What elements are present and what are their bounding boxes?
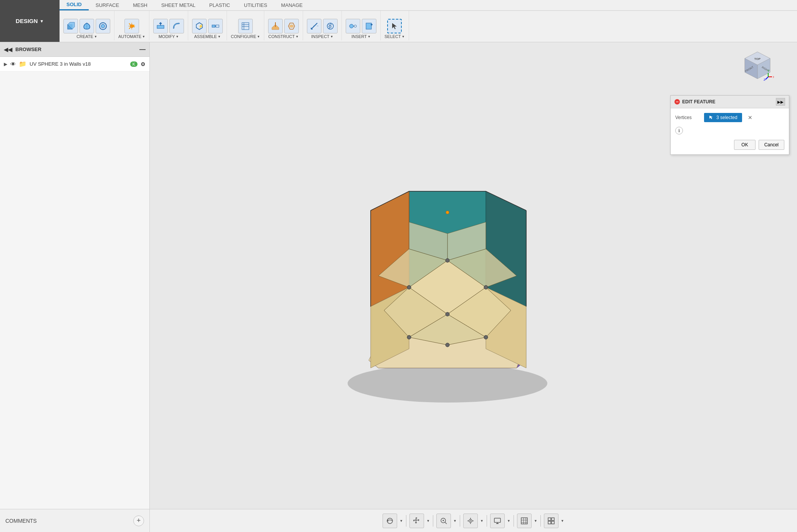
- inspect-zebra-icon[interactable]: [323, 19, 338, 33]
- configure-icon[interactable]: [238, 19, 253, 33]
- browser-title: BROWSER: [15, 46, 41, 52]
- browser-item-badge: K: [130, 61, 138, 67]
- construct-label[interactable]: CONSTRUCT▼: [268, 34, 298, 39]
- view-layout-tool[interactable]: [544, 514, 558, 528]
- grid-tool[interactable]: [517, 514, 532, 528]
- 3d-model: [303, 145, 592, 406]
- svg-point-78: [470, 520, 471, 521]
- create-label[interactable]: CREATE▼: [76, 34, 97, 39]
- edit-feature-selected-button[interactable]: 3 selected: [704, 113, 742, 122]
- edit-feature-title: EDIT FEATURE: [682, 99, 774, 104]
- edit-feature-vertices-label: Vertices: [675, 115, 700, 120]
- comments-add-button[interactable]: +: [133, 515, 144, 526]
- browser-item[interactable]: ▶ 👁 📁 UV SPHERE 3 in Walls v18 K ⚙: [0, 57, 149, 71]
- svg-point-3: [101, 24, 105, 28]
- create-revolve-icon[interactable]: [80, 19, 94, 33]
- tab-solid[interactable]: SOLID: [60, 0, 89, 10]
- pan-tool[interactable]: [409, 514, 424, 528]
- tab-sheet-metal[interactable]: SHEET METAL: [154, 0, 202, 10]
- tool-sep-4: [487, 515, 487, 527]
- insert-derive-icon[interactable]: [346, 19, 360, 33]
- svg-rect-8: [212, 25, 215, 27]
- edit-feature-info-icon[interactable]: ℹ: [675, 127, 683, 134]
- tab-manage[interactable]: MANAGE: [274, 0, 310, 10]
- tool-sep-6: [540, 515, 541, 527]
- display-tool[interactable]: [490, 514, 505, 528]
- svg-rect-91: [548, 518, 551, 520]
- browser-collapse-icon[interactable]: ◀◀: [4, 46, 12, 53]
- create-shell-icon[interactable]: [96, 19, 110, 33]
- svg-text:←→: ←→: [313, 24, 319, 28]
- assemble-joint-icon[interactable]: [208, 19, 223, 33]
- view-cube[interactable]: TOP RIGHT FRONT X Y Z: [741, 50, 774, 83]
- insert-label[interactable]: INSERT▼: [351, 34, 371, 39]
- svg-point-47: [484, 285, 488, 289]
- svg-rect-26: [366, 23, 371, 29]
- construct-plane-icon[interactable]: [268, 19, 283, 33]
- tool-sep-5: [514, 515, 514, 527]
- insert-add-icon[interactable]: [362, 19, 376, 33]
- svg-marker-34: [486, 191, 526, 307]
- svg-text:X: X: [773, 75, 774, 79]
- svg-line-68: [766, 77, 768, 80]
- display-tool-arrow[interactable]: ▼: [507, 519, 510, 523]
- tab-mesh[interactable]: MESH: [126, 0, 154, 10]
- construct-axis-icon[interactable]: [284, 19, 299, 33]
- configure-label[interactable]: CONFIGURE▼: [231, 34, 260, 39]
- browser-minimize-icon[interactable]: —: [139, 46, 146, 53]
- bottom-bar: COMMENTS + ▼ ▼ ▼ ▼: [0, 509, 797, 532]
- select-icon[interactable]: [387, 19, 402, 33]
- bottom-toolbar: ▼ ▼ ▼ ▼ ▼ ▼: [150, 514, 797, 528]
- automate-icon[interactable]: [124, 19, 139, 33]
- tab-utilities[interactable]: UTILITIES: [237, 0, 274, 10]
- modify-label[interactable]: MODIFY▼: [159, 34, 179, 39]
- grid-tool-arrow[interactable]: ▼: [534, 519, 537, 523]
- edit-feature-ok-button[interactable]: OK: [734, 140, 755, 150]
- zoom-window-tool[interactable]: [436, 514, 451, 528]
- modify-fillet-icon[interactable]: [169, 19, 184, 33]
- zoom-tool-arrow[interactable]: ▼: [453, 519, 457, 523]
- tab-surface[interactable]: SURFACE: [89, 0, 126, 10]
- assemble-new-component-icon[interactable]: ⚡: [192, 19, 207, 33]
- browser-item-visible-icon[interactable]: 👁: [10, 61, 16, 67]
- edit-feature-close-icon[interactable]: −: [674, 99, 680, 104]
- svg-text:Z: Z: [764, 78, 766, 81]
- modify-press-pull-icon[interactable]: [153, 19, 168, 33]
- svg-rect-93: [548, 521, 551, 524]
- svg-point-49: [446, 312, 449, 316]
- svg-rect-86: [521, 518, 527, 524]
- orbit-tool[interactable]: [383, 514, 397, 528]
- design-button[interactable]: DESIGN ▼: [0, 0, 60, 42]
- assemble-label[interactable]: ASSEMBLE▼: [194, 34, 220, 39]
- orbit-tool-arrow[interactable]: ▼: [399, 519, 403, 523]
- inspect-measure-icon[interactable]: ←→: [307, 19, 321, 33]
- toolbar-group-configure: CONFIGURE▼: [227, 11, 264, 40]
- svg-point-25: [354, 25, 356, 27]
- look-at-tool-arrow[interactable]: ▼: [480, 519, 484, 523]
- look-at-tool[interactable]: [463, 514, 478, 528]
- svg-line-74: [445, 522, 447, 524]
- svg-marker-35: [371, 191, 409, 307]
- edit-feature-cancel-button[interactable]: Cancel: [759, 140, 784, 150]
- svg-rect-11: [242, 23, 249, 30]
- comments-label: COMMENTS: [5, 518, 129, 524]
- svg-rect-83: [494, 518, 500, 522]
- inspect-label[interactable]: INSPECT▼: [311, 34, 333, 39]
- svg-rect-94: [552, 521, 554, 524]
- create-extrude-icon[interactable]: [63, 19, 78, 33]
- automate-label[interactable]: AUTOMATE▼: [118, 34, 145, 39]
- svg-point-23: [327, 23, 333, 29]
- pan-tool-arrow[interactable]: ▼: [426, 519, 430, 523]
- toolbar-group-assemble: ⚡ ASSEMBLE▼: [188, 11, 227, 40]
- tool-sep-3: [460, 515, 460, 527]
- edit-feature-clear-button[interactable]: ✕: [746, 113, 754, 122]
- browser-item-expand-icon[interactable]: ▶: [4, 61, 7, 67]
- select-label[interactable]: SELECT▼: [384, 34, 405, 39]
- tool-sep-2: [433, 515, 433, 527]
- edit-feature-expand-btn[interactable]: ▶▶: [776, 98, 785, 106]
- browser-item-settings-icon[interactable]: ⚙: [141, 61, 146, 67]
- svg-point-51: [484, 335, 488, 339]
- tab-plastic[interactable]: PLASTIC: [202, 0, 237, 10]
- svg-text:Y: Y: [767, 69, 770, 73]
- view-layout-arrow[interactable]: ▼: [561, 519, 564, 523]
